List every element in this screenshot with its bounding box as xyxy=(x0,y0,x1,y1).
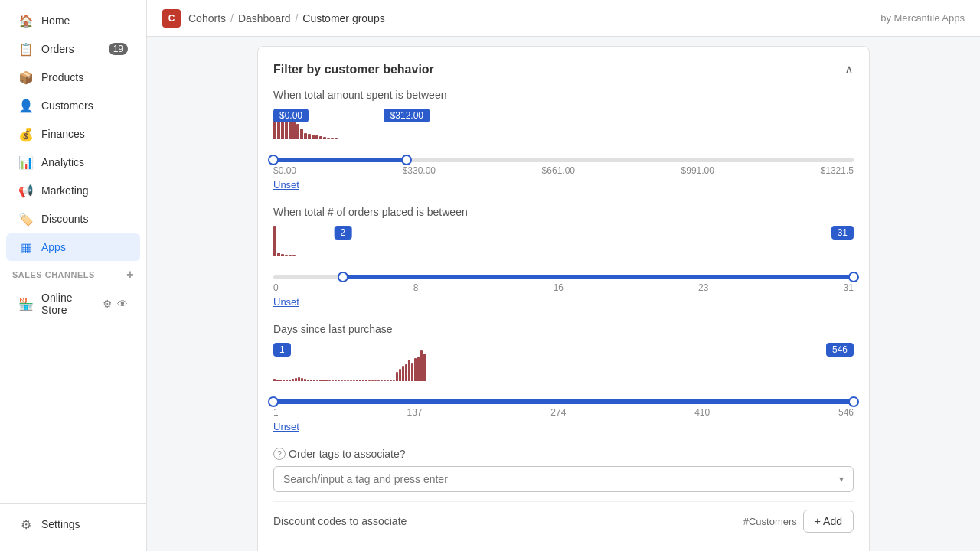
bar xyxy=(304,133,307,139)
sidebar-item-apps[interactable]: ▦ Apps xyxy=(6,233,140,261)
orders-min-bubble: 2 xyxy=(335,226,352,240)
content-area: Filter by customer behavior ∧ When total… xyxy=(147,37,980,551)
bar xyxy=(315,135,318,139)
bar xyxy=(283,380,285,381)
sidebar-item-discounts[interactable]: 🏷️ Discounts xyxy=(6,205,140,233)
orders-thumb-min[interactable] xyxy=(338,272,348,282)
amount-tick-330: $330.00 xyxy=(403,165,436,176)
bar xyxy=(396,372,398,381)
bar xyxy=(292,255,296,256)
amount-min-bubble: $0.00 xyxy=(273,109,309,122)
bar xyxy=(296,256,299,256)
days-tick-1: 1 xyxy=(273,407,279,418)
finances-icon: 💰 xyxy=(18,126,34,142)
days-unset-link[interactable]: Unset xyxy=(273,421,299,432)
bar xyxy=(279,380,282,381)
store-eye-icon[interactable]: 👁 xyxy=(117,298,128,310)
bar xyxy=(338,380,340,381)
apps-icon: ▦ xyxy=(18,240,34,255)
bar xyxy=(286,380,288,381)
days-thumb-min[interactable] xyxy=(268,396,279,407)
amount-thumb-min[interactable] xyxy=(268,155,279,165)
days-range-fill xyxy=(273,399,854,404)
bar xyxy=(285,255,288,256)
bar xyxy=(332,380,334,381)
sidebar-item-settings[interactable]: ⚙ Settings xyxy=(6,510,140,538)
amount-chart: $0.00 $312.00 xyxy=(273,109,854,155)
add-channel-button[interactable]: + xyxy=(126,268,134,282)
orders-tick-23: 23 xyxy=(698,282,708,293)
orders-unset-link[interactable]: Unset xyxy=(273,296,299,308)
sidebar-item-home[interactable]: 🏠 Home xyxy=(6,7,140,34)
customers-icon: 👤 xyxy=(18,98,34,113)
breadcrumb-sep1: / xyxy=(230,12,234,24)
sidebar-item-customers[interactable]: 👤 Customers xyxy=(6,92,140,119)
tag-input-wrapper[interactable]: ▾ xyxy=(273,466,854,492)
topbar-byline: by Mercantile Apps xyxy=(880,12,965,24)
bar xyxy=(301,378,303,381)
bar xyxy=(365,380,368,381)
sidebar-item-marketing[interactable]: 📢 Marketing xyxy=(6,177,140,204)
bar xyxy=(405,364,407,381)
days-slider-label: Days since last purchase xyxy=(273,323,854,335)
breadcrumb: C Cohorts / Dashboard / Customer groups xyxy=(162,9,385,28)
bar xyxy=(356,380,358,381)
amount-range-fill xyxy=(273,158,407,162)
help-icon[interactable]: ? xyxy=(273,448,286,460)
bar xyxy=(381,380,383,381)
bar xyxy=(313,380,315,381)
sidebar-item-orders[interactable]: 📋 Orders 19 xyxy=(6,35,140,63)
orders-slider-label: When total # of orders placed is between xyxy=(273,206,854,218)
add-discount-button[interactable]: + Add xyxy=(803,510,854,533)
amount-tick-991: $991.00 xyxy=(681,165,714,176)
sidebar-item-finances[interactable]: 💰 Finances xyxy=(6,120,140,148)
bar xyxy=(335,138,338,139)
bar xyxy=(295,378,297,381)
amount-unset-link[interactable]: Unset xyxy=(273,179,299,191)
orders-thumb-max[interactable] xyxy=(848,272,859,282)
sidebar-item-label: Home xyxy=(41,15,70,27)
breadcrumb-cohorts[interactable]: Cohorts xyxy=(188,12,226,24)
bar xyxy=(347,380,349,381)
online-store-label: Online Store xyxy=(41,292,95,316)
bar xyxy=(387,380,389,381)
bar xyxy=(307,380,309,381)
sidebar-item-online-store[interactable]: 🏪 Online Store ⚙ 👁 xyxy=(6,285,140,322)
dropdown-arrow-icon: ▾ xyxy=(839,474,844,484)
orders-badge: 19 xyxy=(109,43,128,55)
amount-thumb-max[interactable] xyxy=(401,155,412,165)
bar xyxy=(399,369,401,381)
discount-right: #Customers + Add xyxy=(743,510,854,533)
sidebar-footer: ⚙ Settings xyxy=(0,503,146,551)
amount-range-track[interactable] xyxy=(273,158,854,162)
content-inner: Filter by customer behavior ∧ When total… xyxy=(257,37,870,551)
collapse-button[interactable]: ∧ xyxy=(844,62,854,77)
bar xyxy=(328,380,331,381)
sidebar-item-products[interactable]: 📦 Products xyxy=(6,64,140,91)
bar xyxy=(300,129,303,139)
bar xyxy=(331,138,334,139)
sidebar-item-label: Orders xyxy=(41,43,74,55)
sidebar-item-label: Customers xyxy=(41,99,93,112)
order-tags-input[interactable] xyxy=(283,473,839,485)
days-tick-410: 410 xyxy=(694,407,710,418)
breadcrumb-sep2: / xyxy=(295,12,298,24)
sidebar-item-analytics[interactable]: 📊 Analytics xyxy=(6,148,140,176)
amount-slider-label: When total amount spent is between xyxy=(273,89,854,101)
bar xyxy=(289,380,291,381)
orders-range-track[interactable] xyxy=(273,275,854,279)
days-thumb-max[interactable] xyxy=(848,396,859,407)
sidebar-item-label: Marketing xyxy=(41,184,88,197)
marketing-icon: 📢 xyxy=(18,183,34,198)
days-range-track[interactable] xyxy=(273,399,854,404)
breadcrumb-dashboard[interactable]: Dashboard xyxy=(238,12,291,24)
channels-section-label: SALES CHANNELS + xyxy=(0,262,146,285)
order-tags-section: ? Order tags to associate? ▾ xyxy=(273,448,854,492)
days-range-labels: 1 137 274 410 546 xyxy=(273,407,854,418)
sidebar-item-label: Finances xyxy=(41,128,85,140)
bar xyxy=(362,380,364,381)
store-settings-icon[interactable]: ⚙ xyxy=(103,298,113,310)
bar xyxy=(390,380,392,381)
bar xyxy=(338,139,341,139)
days-chart: 1 546 xyxy=(273,343,854,396)
